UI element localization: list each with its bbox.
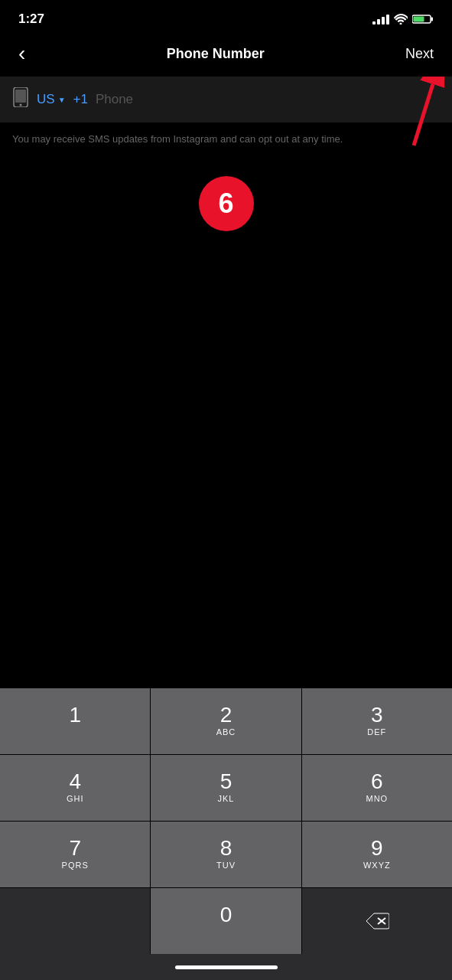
country-selector[interactable]: US ▼ — [37, 92, 66, 107]
country-code-label: US — [37, 92, 55, 107]
keyboard-grid: 1 2 ABC 3 DEF 4 GHI 5 JKL 6 MNO 7 PQRS — [0, 688, 452, 954]
svg-rect-1 — [431, 18, 434, 21]
phone-input[interactable] — [96, 92, 440, 107]
key-delete[interactable] — [302, 888, 452, 954]
key-6[interactable]: 6 MNO — [302, 755, 452, 821]
next-button[interactable]: Next — [399, 43, 440, 65]
key-1[interactable]: 1 — [0, 688, 150, 754]
content-area: US ▼ +1 You may receive SMS updates from… — [0, 77, 452, 156]
phone-icon — [12, 87, 29, 112]
annotation-badge: 6 — [199, 176, 254, 231]
delete-icon — [365, 912, 389, 930]
key-empty — [0, 888, 150, 954]
svg-point-5 — [20, 104, 22, 106]
key-4[interactable]: 4 GHI — [0, 755, 150, 821]
phone-input-area: US ▼ +1 — [0, 77, 452, 122]
key-2[interactable]: 2 ABC — [151, 688, 301, 754]
key-7[interactable]: 7 PQRS — [0, 822, 150, 887]
status-bar: 1:27 — [0, 0, 452, 34]
wifi-icon — [394, 14, 408, 24]
page-title: Phone Number — [31, 46, 399, 62]
status-time: 1:27 — [18, 11, 44, 27]
svg-rect-2 — [414, 17, 424, 22]
keyboard: 1 2 ABC 3 DEF 4 GHI 5 JKL 6 MNO 7 PQRS — [0, 688, 452, 980]
key-9[interactable]: 9 WXYZ — [302, 822, 452, 887]
sms-info: You may receive SMS updates from Instagr… — [0, 122, 452, 156]
key-3[interactable]: 3 DEF — [302, 688, 452, 754]
battery-icon — [412, 14, 434, 24]
home-indicator — [0, 954, 452, 980]
country-dropdown-arrow: ▼ — [58, 96, 66, 104]
key-5[interactable]: 5 JKL — [151, 755, 301, 821]
nav-header: ‹ Phone Number Next — [0, 34, 452, 77]
dial-code: +1 — [73, 92, 88, 107]
signal-icon — [372, 15, 389, 24]
home-bar — [175, 965, 278, 969]
key-8[interactable]: 8 TUV — [151, 822, 301, 887]
key-0[interactable]: 0 — [151, 888, 301, 954]
back-button[interactable]: ‹ — [12, 40, 31, 67]
svg-rect-4 — [15, 90, 26, 103]
status-icons — [372, 14, 434, 24]
